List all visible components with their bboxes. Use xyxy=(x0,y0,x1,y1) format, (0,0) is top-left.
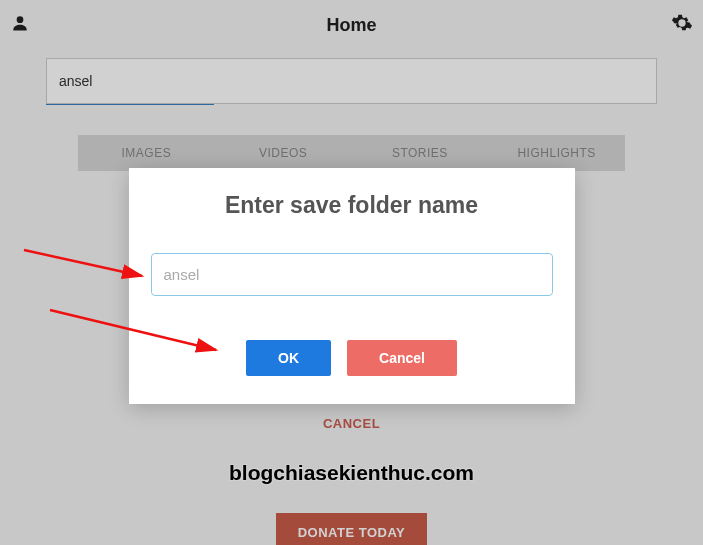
ok-button[interactable]: OK xyxy=(246,340,331,376)
folder-name-input[interactable] xyxy=(151,253,553,296)
cancel-button[interactable]: Cancel xyxy=(347,340,457,376)
save-folder-modal: Enter save folder name OK Cancel xyxy=(129,168,575,404)
modal-title: Enter save folder name xyxy=(151,192,553,219)
modal-actions: OK Cancel xyxy=(151,340,553,376)
modal-overlay: Enter save folder name OK Cancel xyxy=(0,0,703,545)
